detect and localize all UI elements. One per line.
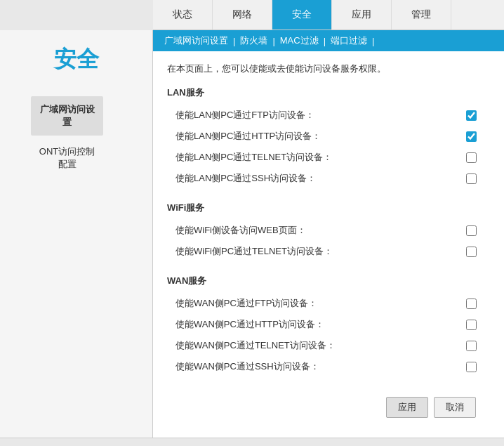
form-row-0-2: 使能LAN侧PC通过TELNET访问设备： — [167, 147, 490, 168]
apply-button[interactable]: 应用 — [386, 397, 428, 418]
form-label-2-3: 使能WAN侧PC通过SSH访问设备： — [175, 360, 460, 373]
subnav-separator-2: | — [272, 36, 274, 46]
checkbox-0-0[interactable] — [466, 110, 477, 121]
checkbox-2-3[interactable] — [466, 362, 477, 372]
subnav-item-MAC过滤[interactable]: MAC过滤 — [276, 34, 323, 47]
section-title-2: WAN服务 — [167, 275, 490, 287]
subnav-separator-1: | — [233, 36, 235, 46]
form-row-1-0: 使能WiFi侧设备访问WEB页面： — [167, 220, 490, 241]
form-label-0-1: 使能LAN侧PC通过HTTP访问设备： — [175, 130, 460, 143]
form-label-2-1: 使能WAN侧PC通过HTTP访问设备： — [175, 318, 460, 331]
section-0: LAN服务使能LAN侧PC通过FTP访问设备：使能LAN侧PC通过HTTP访问设… — [167, 86, 490, 189]
checkbox-2-2[interactable] — [466, 341, 477, 351]
checkbox-0-3[interactable] — [466, 173, 477, 184]
checkbox-1-1[interactable] — [466, 247, 477, 257]
form-row-2-1: 使能WAN侧PC通过HTTP访问设备： — [167, 314, 490, 335]
cancel-button[interactable]: 取消 — [434, 397, 476, 418]
subnav-sep-trail: | — [372, 36, 374, 46]
checkbox-2-1[interactable] — [466, 320, 477, 330]
sidebar-item-0[interactable]: 广域网访问设置 — [31, 96, 104, 136]
form-label-1-1: 使能WiFi侧PC通过TELNET访问设备： — [175, 245, 460, 258]
subnav-item-防火墙[interactable]: 防火墙 — [236, 34, 272, 47]
footer-text: 版权所有 © 2021 华为技术有限公司。保留一切权利。 — [0, 438, 504, 446]
sidebar-item-1[interactable]: ONT访问控制配置 — [31, 138, 104, 178]
form-row-0-0: 使能LAN侧PC通过FTP访问设备： — [167, 105, 490, 126]
form-label-2-2: 使能WAN侧PC通过TELNET访问设备： — [175, 339, 460, 352]
form-label-0-3: 使能LAN侧PC通过SSH访问设备： — [175, 172, 460, 185]
form-row-0-3: 使能LAN侧PC通过SSH访问设备： — [167, 168, 490, 189]
tab-管理[interactable]: 管理 — [392, 0, 451, 29]
form-label-2-0: 使能WAN侧PC通过FTP访问设备： — [175, 297, 460, 310]
checkbox-1-0[interactable] — [466, 225, 477, 236]
subnav-separator-3: | — [324, 36, 326, 46]
page-title: 安全 — [54, 44, 99, 75]
form-row-2-0: 使能WAN侧PC通过FTP访问设备： — [167, 293, 490, 314]
form-row-2-3: 使能WAN侧PC通过SSH访问设备： — [167, 356, 490, 377]
tab-状态[interactable]: 状态 — [153, 0, 213, 29]
checkbox-0-1[interactable] — [466, 131, 477, 142]
section-title-1: WiFi服务 — [167, 202, 490, 214]
tab-应用[interactable]: 应用 — [332, 0, 392, 29]
section-2: WAN服务使能WAN侧PC通过FTP访问设备：使能WAN侧PC通过HTTP访问设… — [167, 275, 490, 377]
form-row-0-1: 使能LAN侧PC通过HTTP访问设备： — [167, 126, 490, 147]
subnav-item-端口过滤[interactable]: 端口过滤 — [326, 34, 371, 47]
page-description: 在本页面上，您可以使能或去使能访问设备服务权限。 — [167, 63, 490, 75]
checkbox-0-2[interactable] — [466, 152, 477, 163]
tab-网络[interactable]: 网络 — [213, 0, 272, 29]
section-title-0: LAN服务 — [167, 86, 490, 99]
form-label-0-2: 使能LAN侧PC通过TELNET访问设备： — [175, 151, 460, 164]
tab-安全[interactable]: 安全 — [272, 0, 332, 29]
checkbox-2-0[interactable] — [466, 299, 477, 309]
subnav-item-广域网访问设置[interactable]: 广域网访问设置 — [160, 34, 232, 47]
form-row-1-1: 使能WiFi侧PC通过TELNET访问设备： — [167, 241, 490, 262]
form-label-1-0: 使能WiFi侧设备访问WEB页面： — [175, 224, 460, 237]
form-label-0-0: 使能LAN侧PC通过FTP访问设备： — [175, 109, 460, 122]
form-row-2-2: 使能WAN侧PC通过TELNET访问设备： — [167, 335, 490, 356]
section-1: WiFi服务使能WiFi侧设备访问WEB页面：使能WiFi侧PC通过TELNET… — [167, 202, 490, 262]
